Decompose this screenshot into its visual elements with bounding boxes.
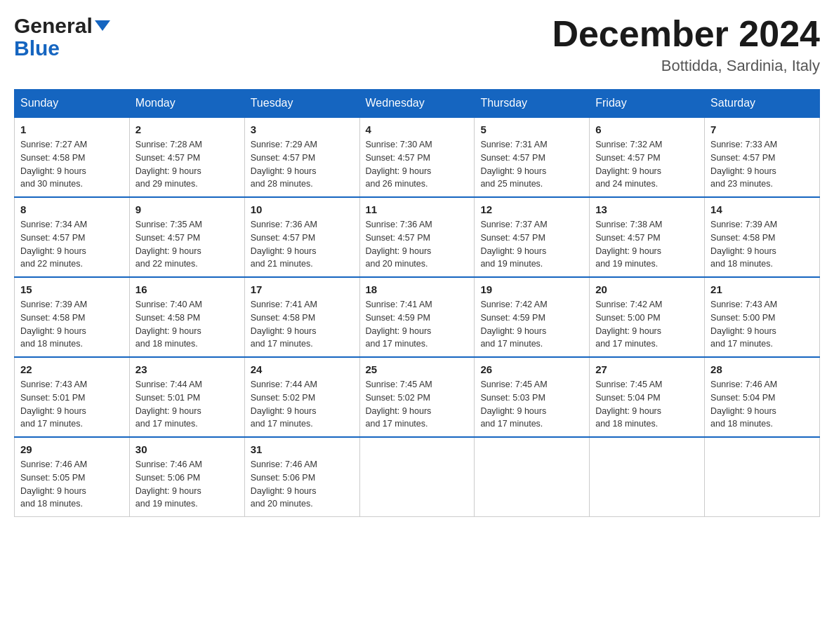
- calendar-cell: [705, 437, 820, 517]
- calendar-week-row: 1 Sunrise: 7:27 AM Sunset: 4:58 PM Dayli…: [15, 117, 820, 197]
- day-number: 3: [251, 123, 354, 135]
- day-info: Sunrise: 7:41 AM Sunset: 4:59 PM Dayligh…: [366, 298, 469, 351]
- day-info: Sunrise: 7:46 AM Sunset: 5:06 PM Dayligh…: [135, 458, 239, 511]
- day-number: 18: [366, 283, 469, 295]
- calendar-cell: [475, 437, 590, 517]
- day-number: 26: [480, 363, 583, 375]
- calendar-cell: 23 Sunrise: 7:44 AM Sunset: 5:01 PM Dayl…: [129, 357, 244, 437]
- calendar-week-row: 22 Sunrise: 7:43 AM Sunset: 5:01 PM Dayl…: [15, 357, 820, 437]
- day-info: Sunrise: 7:42 AM Sunset: 4:59 PM Dayligh…: [480, 298, 583, 351]
- calendar-table: SundayMondayTuesdayWednesdayThursdayFrid…: [14, 89, 820, 517]
- day-number: 22: [20, 363, 124, 375]
- calendar-cell: 10 Sunrise: 7:36 AM Sunset: 4:57 PM Dayl…: [244, 197, 359, 277]
- weekday-header-tuesday: Tuesday: [244, 90, 359, 118]
- calendar-cell: 27 Sunrise: 7:45 AM Sunset: 5:04 PM Dayl…: [590, 357, 705, 437]
- day-info: Sunrise: 7:45 AM Sunset: 5:03 PM Dayligh…: [480, 378, 583, 431]
- calendar-cell: 8 Sunrise: 7:34 AM Sunset: 4:57 PM Dayli…: [15, 197, 130, 277]
- day-number: 6: [595, 123, 699, 135]
- day-info: Sunrise: 7:33 AM Sunset: 4:57 PM Dayligh…: [710, 138, 814, 191]
- day-number: 10: [251, 203, 354, 215]
- day-info: Sunrise: 7:46 AM Sunset: 5:06 PM Dayligh…: [251, 458, 354, 511]
- day-info: Sunrise: 7:42 AM Sunset: 5:00 PM Dayligh…: [595, 298, 699, 351]
- day-info: Sunrise: 7:45 AM Sunset: 5:02 PM Dayligh…: [366, 378, 469, 431]
- weekday-header-friday: Friday: [590, 90, 705, 118]
- calendar-cell: 28 Sunrise: 7:46 AM Sunset: 5:04 PM Dayl…: [705, 357, 820, 437]
- calendar-cell: 29 Sunrise: 7:46 AM Sunset: 5:05 PM Dayl…: [15, 437, 130, 517]
- calendar-cell: 19 Sunrise: 7:42 AM Sunset: 4:59 PM Dayl…: [475, 277, 590, 357]
- calendar-cell: 21 Sunrise: 7:43 AM Sunset: 5:00 PM Dayl…: [705, 277, 820, 357]
- calendar-cell: 24 Sunrise: 7:44 AM Sunset: 5:02 PM Dayl…: [244, 357, 359, 437]
- day-number: 16: [135, 283, 239, 295]
- calendar-cell: 20 Sunrise: 7:42 AM Sunset: 5:00 PM Dayl…: [590, 277, 705, 357]
- calendar-week-row: 29 Sunrise: 7:46 AM Sunset: 5:05 PM Dayl…: [15, 437, 820, 517]
- day-info: Sunrise: 7:30 AM Sunset: 4:57 PM Dayligh…: [366, 138, 469, 191]
- day-number: 4: [366, 123, 469, 135]
- day-info: Sunrise: 7:39 AM Sunset: 4:58 PM Dayligh…: [710, 218, 814, 271]
- day-info: Sunrise: 7:46 AM Sunset: 5:05 PM Dayligh…: [20, 458, 124, 511]
- day-number: 21: [710, 283, 814, 295]
- day-info: Sunrise: 7:40 AM Sunset: 4:58 PM Dayligh…: [135, 298, 239, 351]
- day-number: 17: [251, 283, 354, 295]
- calendar-cell: 15 Sunrise: 7:39 AM Sunset: 4:58 PM Dayl…: [15, 277, 130, 357]
- day-info: Sunrise: 7:38 AM Sunset: 4:57 PM Dayligh…: [595, 218, 699, 271]
- calendar-cell: 13 Sunrise: 7:38 AM Sunset: 4:57 PM Dayl…: [590, 197, 705, 277]
- calendar-cell: 7 Sunrise: 7:33 AM Sunset: 4:57 PM Dayli…: [705, 117, 820, 197]
- weekday-header-wednesday: Wednesday: [359, 90, 475, 118]
- day-number: 5: [480, 123, 583, 135]
- weekday-header-saturday: Saturday: [705, 90, 820, 118]
- calendar-week-row: 15 Sunrise: 7:39 AM Sunset: 4:58 PM Dayl…: [15, 277, 820, 357]
- day-number: 8: [20, 203, 124, 215]
- day-number: 29: [20, 443, 124, 455]
- calendar-cell: 9 Sunrise: 7:35 AM Sunset: 4:57 PM Dayli…: [129, 197, 244, 277]
- day-info: Sunrise: 7:34 AM Sunset: 4:57 PM Dayligh…: [20, 218, 124, 271]
- day-number: 15: [20, 283, 124, 295]
- calendar-cell: 26 Sunrise: 7:45 AM Sunset: 5:03 PM Dayl…: [475, 357, 590, 437]
- day-number: 1: [20, 123, 124, 135]
- day-info: Sunrise: 7:39 AM Sunset: 4:58 PM Dayligh…: [20, 298, 124, 351]
- day-info: Sunrise: 7:36 AM Sunset: 4:57 PM Dayligh…: [366, 218, 469, 271]
- logo-general-text: General: [14, 14, 93, 38]
- calendar-cell: 4 Sunrise: 7:30 AM Sunset: 4:57 PM Dayli…: [359, 117, 475, 197]
- day-info: Sunrise: 7:29 AM Sunset: 4:57 PM Dayligh…: [251, 138, 354, 191]
- calendar-cell: 14 Sunrise: 7:39 AM Sunset: 4:58 PM Dayl…: [705, 197, 820, 277]
- day-info: Sunrise: 7:35 AM Sunset: 4:57 PM Dayligh…: [135, 218, 239, 271]
- day-info: Sunrise: 7:43 AM Sunset: 5:00 PM Dayligh…: [710, 298, 814, 351]
- calendar-cell: 18 Sunrise: 7:41 AM Sunset: 4:59 PM Dayl…: [359, 277, 475, 357]
- calendar-week-row: 8 Sunrise: 7:34 AM Sunset: 4:57 PM Dayli…: [15, 197, 820, 277]
- weekday-header-sunday: Sunday: [15, 90, 130, 118]
- page-header: General Blue December 2024 Bottidda, Sar…: [14, 14, 820, 75]
- day-info: Sunrise: 7:44 AM Sunset: 5:01 PM Dayligh…: [135, 378, 239, 431]
- day-number: 14: [710, 203, 814, 215]
- weekday-header-row: SundayMondayTuesdayWednesdayThursdayFrid…: [15, 90, 820, 118]
- calendar-cell: 30 Sunrise: 7:46 AM Sunset: 5:06 PM Dayl…: [129, 437, 244, 517]
- calendar-cell: 16 Sunrise: 7:40 AM Sunset: 4:58 PM Dayl…: [129, 277, 244, 357]
- weekday-header-thursday: Thursday: [475, 90, 590, 118]
- location-subtitle: Bottidda, Sardinia, Italy: [552, 57, 820, 75]
- weekday-header-monday: Monday: [129, 90, 244, 118]
- calendar-cell: 22 Sunrise: 7:43 AM Sunset: 5:01 PM Dayl…: [15, 357, 130, 437]
- day-info: Sunrise: 7:37 AM Sunset: 4:57 PM Dayligh…: [480, 218, 583, 271]
- day-number: 31: [251, 443, 354, 455]
- month-title: December 2024: [552, 14, 820, 54]
- day-number: 2: [135, 123, 239, 135]
- calendar-cell: 17 Sunrise: 7:41 AM Sunset: 4:58 PM Dayl…: [244, 277, 359, 357]
- logo: General Blue: [14, 14, 110, 59]
- calendar-cell: [590, 437, 705, 517]
- day-number: 9: [135, 203, 239, 215]
- day-info: Sunrise: 7:43 AM Sunset: 5:01 PM Dayligh…: [20, 378, 124, 431]
- day-info: Sunrise: 7:44 AM Sunset: 5:02 PM Dayligh…: [251, 378, 354, 431]
- title-block: December 2024 Bottidda, Sardinia, Italy: [552, 14, 820, 75]
- calendar-cell: 3 Sunrise: 7:29 AM Sunset: 4:57 PM Dayli…: [244, 117, 359, 197]
- day-number: 30: [135, 443, 239, 455]
- day-info: Sunrise: 7:28 AM Sunset: 4:57 PM Dayligh…: [135, 138, 239, 191]
- calendar-cell: 11 Sunrise: 7:36 AM Sunset: 4:57 PM Dayl…: [359, 197, 475, 277]
- day-number: 20: [595, 283, 699, 295]
- calendar-cell: 12 Sunrise: 7:37 AM Sunset: 4:57 PM Dayl…: [475, 197, 590, 277]
- calendar-cell: 1 Sunrise: 7:27 AM Sunset: 4:58 PM Dayli…: [15, 117, 130, 197]
- day-number: 12: [480, 203, 583, 215]
- day-number: 13: [595, 203, 699, 215]
- day-number: 24: [251, 363, 354, 375]
- day-info: Sunrise: 7:31 AM Sunset: 4:57 PM Dayligh…: [480, 138, 583, 191]
- day-number: 28: [710, 363, 814, 375]
- day-number: 25: [366, 363, 469, 375]
